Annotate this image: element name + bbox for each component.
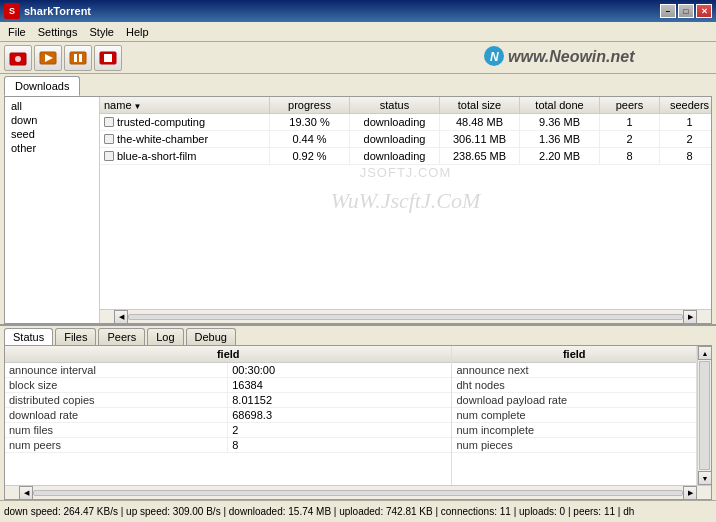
- bottom-tabs: Status Files Peers Log Debug: [0, 326, 716, 345]
- stop-button[interactable]: [94, 45, 122, 71]
- open-button[interactable]: [4, 45, 32, 71]
- watermark-text-2: WuW.JscftJ.CoM: [331, 188, 481, 214]
- bottom-scroll-right[interactable]: ▶: [683, 486, 697, 500]
- status-text: down speed: 264.47 KB/s | up speed: 309.…: [4, 506, 634, 517]
- main-content: Downloads all down seed other name▼ prog…: [0, 74, 716, 500]
- cell-progress-1: 0.44 %: [270, 131, 350, 147]
- info-row-1: block size 16384: [5, 378, 451, 393]
- table-row[interactable]: trusted-computing 19.30 % downloading 48…: [100, 114, 711, 131]
- info-row-4: num files 2: [5, 423, 451, 438]
- col-total-size: total size: [440, 97, 520, 113]
- right-label-4: num incomplete: [452, 423, 574, 437]
- maximize-button[interactable]: □: [678, 4, 694, 18]
- tab-files[interactable]: Files: [55, 328, 96, 345]
- cell-progress-0: 19.30 %: [270, 114, 350, 130]
- status-bar: down speed: 264.47 KB/s | up speed: 309.…: [0, 500, 716, 522]
- tab-peers[interactable]: Peers: [98, 328, 145, 345]
- right-label-2: download payload rate: [452, 393, 574, 407]
- info-header-right: field: [452, 346, 696, 363]
- pause-button[interactable]: [64, 45, 92, 71]
- tab-debug[interactable]: Debug: [186, 328, 236, 345]
- info-section-right: field announce next dht nodes download p…: [452, 346, 697, 485]
- right-label-1: dht nodes: [452, 378, 574, 392]
- cell-size-1: 306.11 MB: [440, 131, 520, 147]
- horizontal-scrollbar[interactable]: ◀ ▶: [100, 309, 711, 323]
- info-value-4: 2: [228, 423, 451, 437]
- svg-rect-5: [74, 54, 77, 62]
- cell-done-1: 1.36 MB: [520, 131, 600, 147]
- title-controls: − □ ✕: [660, 4, 712, 18]
- file-icon: [104, 117, 114, 127]
- menu-help[interactable]: Help: [120, 24, 155, 40]
- col-peers: peers: [600, 97, 660, 113]
- downloads-tab[interactable]: Downloads: [4, 76, 80, 96]
- watermark-text-1: JSOFTJ.COM: [360, 165, 452, 180]
- info-value-1: 16384: [228, 378, 451, 392]
- play-button[interactable]: [34, 45, 62, 71]
- right-row-3: num complete: [452, 408, 696, 423]
- scroll-right-button[interactable]: ▶: [683, 310, 697, 324]
- scroll-up-button[interactable]: ▲: [698, 346, 711, 360]
- bottom-content: field announce interval 00:30:00 block s…: [4, 345, 712, 500]
- downloads-section: Downloads all down seed other name▼ prog…: [0, 74, 716, 325]
- menu-style[interactable]: Style: [83, 24, 119, 40]
- info-value-5: 8: [228, 438, 451, 452]
- info-label-4: num files: [5, 423, 228, 437]
- bottom-scrollbar-track[interactable]: [33, 490, 683, 496]
- cell-seeders-2: 8: [660, 148, 711, 164]
- bottom-horizontal-scrollbar[interactable]: ◀ ▶: [5, 485, 711, 499]
- right-row-0: announce next: [452, 363, 696, 378]
- cell-status-1: downloading: [350, 131, 440, 147]
- cell-name-2: blue-a-short-film: [100, 148, 270, 164]
- scrollbar-track[interactable]: [128, 314, 683, 320]
- menu-file[interactable]: File: [2, 24, 32, 40]
- cell-size-0: 48.48 MB: [440, 114, 520, 130]
- cell-seeders-0: 1: [660, 114, 711, 130]
- file-icon: [104, 151, 114, 161]
- close-button[interactable]: ✕: [696, 4, 712, 18]
- app-icon: S: [4, 3, 20, 19]
- menu-settings[interactable]: Settings: [32, 24, 84, 40]
- cell-peers-1: 2: [600, 131, 660, 147]
- col-status: status: [350, 97, 440, 113]
- info-label-2: distributed copies: [5, 393, 228, 407]
- tab-log[interactable]: Log: [147, 328, 183, 345]
- table-area: name▼ progress status total size total d…: [100, 97, 711, 323]
- svg-text:N: N: [490, 50, 499, 64]
- cell-done-2: 2.20 MB: [520, 148, 600, 164]
- right-row-4: num incomplete: [452, 423, 696, 438]
- vertical-scrollbar[interactable]: ▲ ▼: [697, 346, 711, 485]
- info-section-left: field announce interval 00:30:00 block s…: [5, 346, 452, 485]
- scroll-down-button[interactable]: ▼: [698, 471, 711, 485]
- info-row-5: num peers 8: [5, 438, 451, 453]
- v-scrollbar-track[interactable]: [699, 361, 710, 470]
- table-body: trusted-computing 19.30 % downloading 48…: [100, 114, 711, 309]
- tab-status[interactable]: Status: [4, 328, 53, 345]
- sidebar-item-other[interactable]: other: [7, 141, 97, 155]
- info-label-0: announce interval: [5, 363, 228, 377]
- col-progress: progress: [270, 97, 350, 113]
- app-title: sharkTorrent: [24, 5, 91, 17]
- cell-seeders-1: 2: [660, 131, 711, 147]
- svg-rect-8: [104, 54, 112, 62]
- info-label-1: block size: [5, 378, 228, 392]
- info-value-3: 68698.3: [228, 408, 451, 422]
- minimize-button[interactable]: −: [660, 4, 676, 18]
- toolbar: N www.Neowin.net: [0, 42, 716, 74]
- svg-rect-4: [70, 52, 86, 64]
- info-value-2: 8.01152: [228, 393, 451, 407]
- table-row[interactable]: blue-a-short-film 0.92 % downloading 238…: [100, 148, 711, 165]
- sidebar-item-all[interactable]: all: [7, 99, 97, 113]
- cell-name-1: the-white-chamber: [100, 131, 270, 147]
- sidebar-item-down[interactable]: down: [7, 113, 97, 127]
- table-row[interactable]: the-white-chamber 0.44 % downloading 306…: [100, 131, 711, 148]
- file-icon: [104, 134, 114, 144]
- bottom-scroll-left[interactable]: ◀: [19, 486, 33, 500]
- scroll-left-button[interactable]: ◀: [114, 310, 128, 324]
- title-bar-left: S sharkTorrent: [4, 3, 91, 19]
- info-label-5: num peers: [5, 438, 228, 452]
- cell-size-2: 238.65 MB: [440, 148, 520, 164]
- col-name: name▼: [100, 97, 270, 113]
- sidebar-item-seed[interactable]: seed: [7, 127, 97, 141]
- downloads-tab-header: Downloads: [0, 74, 716, 96]
